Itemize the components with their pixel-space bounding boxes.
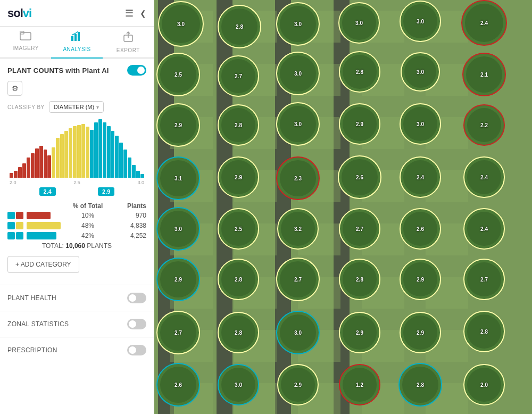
- svg-text:3.0: 3.0: [294, 121, 302, 127]
- svg-text:3.0: 3.0: [174, 226, 182, 232]
- svg-text:3.0: 3.0: [294, 71, 302, 77]
- svg-text:2.2: 2.2: [480, 122, 488, 128]
- tab-export[interactable]: EXPORT: [103, 27, 154, 59]
- bar-7: [39, 146, 43, 178]
- svg-text:3.0: 3.0: [417, 19, 424, 24]
- svg-text:2.9: 2.9: [174, 122, 182, 128]
- color-box-category-2: [16, 232, 23, 239]
- svg-text:2.7: 2.7: [356, 226, 363, 232]
- svg-text:2.1: 2.1: [480, 72, 488, 78]
- stats-pct-header: % of Total: [66, 202, 109, 210]
- svg-text:2.7: 2.7: [480, 277, 488, 283]
- svg-text:2.9: 2.9: [417, 330, 424, 336]
- plant-counts-toggle[interactable]: [127, 65, 146, 76]
- bar-6: [35, 148, 39, 178]
- bar-29: [132, 165, 136, 178]
- bar-26: [119, 143, 123, 178]
- collapse-icon[interactable]: ❮: [140, 9, 146, 18]
- svg-text:2.8: 2.8: [235, 330, 242, 336]
- bar-9: [47, 155, 51, 178]
- svg-text:3.0: 3.0: [294, 330, 302, 336]
- analysis-icon: [71, 31, 82, 44]
- stats-plants-0: 970: [109, 212, 146, 219]
- color-box-primary-2: [7, 232, 15, 239]
- bar-28: [128, 158, 131, 178]
- bar-19: [90, 130, 94, 178]
- stats-plants-1: 4,838: [109, 222, 146, 229]
- bar-21: [98, 119, 102, 178]
- color-box-category-1: [16, 222, 23, 229]
- tab-export-label: EXPORT: [117, 47, 140, 53]
- stats-rows: 10% 970 48% 4,838 42% 4,252: [7, 212, 146, 239]
- color-boxes-2: [7, 232, 23, 239]
- color-boxes-1: [7, 222, 23, 229]
- bar-4: [27, 158, 30, 178]
- svg-text:2.4: 2.4: [480, 175, 488, 180]
- bar-25: [115, 136, 119, 178]
- svg-text:2.8: 2.8: [356, 69, 363, 75]
- tab-analysis[interactable]: ANALYSIS: [51, 27, 102, 59]
- total-value: 10,060: [65, 242, 85, 250]
- tab-imagery-label: IMAGERY: [12, 45, 38, 51]
- svg-text:2.8: 2.8: [235, 122, 242, 128]
- svg-text:2.8: 2.8: [356, 277, 363, 283]
- menu-icon[interactable]: ☰: [125, 7, 134, 19]
- axis-mid: 2.5: [73, 180, 80, 185]
- svg-text:2.8: 2.8: [417, 382, 424, 388]
- toggle-prescription[interactable]: [127, 345, 146, 355]
- bar-1: [14, 171, 18, 178]
- bar-13: [64, 131, 68, 178]
- toggle-zonal-statistics[interactable]: [127, 319, 146, 329]
- chevron-down-icon: ▾: [96, 104, 99, 110]
- stats-plants-2: 4,252: [109, 232, 146, 239]
- svg-text:3.0: 3.0: [355, 20, 363, 26]
- svg-text:2.8: 2.8: [480, 329, 488, 335]
- svg-text:3.0: 3.0: [294, 21, 302, 27]
- svg-text:2.9: 2.9: [235, 175, 242, 180]
- bar-27: [123, 150, 127, 178]
- bar-20: [94, 122, 98, 178]
- svg-text:2.4: 2.4: [480, 20, 488, 26]
- bar-22: [103, 122, 106, 178]
- stats-row-2: 42% 4,252: [7, 232, 146, 239]
- total-unit: PLANTS: [87, 242, 112, 250]
- imagery-icon: [20, 31, 31, 43]
- svg-text:2.4: 2.4: [417, 175, 424, 180]
- color-box-category-0: [16, 212, 23, 219]
- range-handles: 2.4 2.9: [7, 187, 146, 196]
- axis-start: 2.0: [10, 180, 16, 185]
- sidebar: solvi ☰ ❮ IMAGERY: [0, 0, 154, 414]
- bar-23: [107, 126, 111, 178]
- bar-30: [136, 171, 140, 178]
- svg-text:2.9: 2.9: [417, 277, 424, 283]
- svg-text:2.9: 2.9: [174, 277, 182, 283]
- section-plant-health: PLANT HEALTH: [0, 285, 154, 311]
- svg-text:1.2: 1.2: [356, 382, 363, 388]
- classify-row: CLASSIFY BY DIAMETER (M) ▾: [7, 101, 146, 113]
- color-box-primary-0: [7, 212, 15, 219]
- color-boxes-0: [7, 212, 23, 219]
- svg-text:2.5: 2.5: [174, 72, 182, 78]
- map-area[interactable]: 3.02.83.03.03.02.42.52.73.02.83.02.12.92…: [154, 0, 532, 414]
- range-handle-right[interactable]: 2.9: [98, 187, 114, 196]
- bar-18: [86, 127, 89, 178]
- classify-select[interactable]: DIAMETER (M) ▾: [49, 101, 104, 113]
- gear-button[interactable]: ⚙: [7, 81, 22, 96]
- range-handle-left[interactable]: 2.4: [39, 187, 56, 196]
- svg-text:2.7: 2.7: [235, 73, 242, 79]
- svg-text:2.8: 2.8: [235, 277, 242, 283]
- stats-row-1: 48% 4,838: [7, 222, 146, 229]
- tab-imagery[interactable]: IMAGERY: [0, 27, 51, 59]
- add-category-button[interactable]: + ADD CATEGORY: [7, 256, 79, 273]
- classify-value: DIAMETER (M): [54, 104, 94, 110]
- plant-counts-title: PLANT COUNTS with Plant AI: [7, 67, 109, 74]
- bar-12: [60, 134, 64, 178]
- chart-axis: 2.0 2.5 3.0: [7, 180, 146, 185]
- svg-text:3.0: 3.0: [417, 121, 424, 127]
- stats-bar-2: [27, 232, 56, 239]
- svg-text:2.9: 2.9: [294, 382, 302, 388]
- toggle-plant-health[interactable]: [127, 293, 146, 303]
- total-label: TOTAL:: [42, 242, 64, 250]
- svg-text:2.9: 2.9: [356, 121, 363, 127]
- svg-text:2.6: 2.6: [417, 226, 424, 232]
